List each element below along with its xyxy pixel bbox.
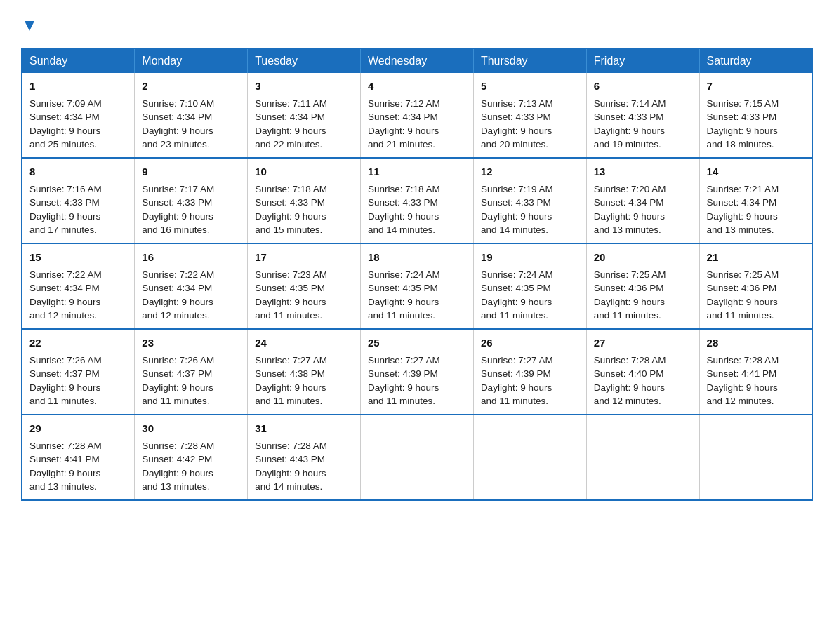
calendar-cell: 21 Sunrise: 7:25 AMSunset: 4:36 PMDaylig… [699,243,812,329]
calendar-cell: 29 Sunrise: 7:28 AMSunset: 4:41 PMDaylig… [22,415,135,500]
day-number: 12 [481,164,579,180]
day-number: 24 [255,335,353,351]
cell-info: Sunrise: 7:27 AMSunset: 4:38 PMDaylight:… [255,355,327,407]
calendar-cell: 8 Sunrise: 7:16 AMSunset: 4:33 PMDayligh… [22,158,135,243]
day-of-week-header: Wednesday [361,48,474,73]
day-number: 7 [707,79,805,94]
calendar-cell: 24 Sunrise: 7:27 AMSunset: 4:38 PMDaylig… [248,329,361,415]
calendar-cell: 7 Sunrise: 7:15 AMSunset: 4:33 PMDayligh… [699,73,812,158]
calendar-cell: 28 Sunrise: 7:28 AMSunset: 4:41 PMDaylig… [699,329,812,415]
cell-info: Sunrise: 7:16 AMSunset: 4:33 PMDaylight:… [29,184,102,236]
cell-info: Sunrise: 7:27 AMSunset: 4:39 PMDaylight:… [368,355,440,407]
calendar-cell: 11 Sunrise: 7:18 AMSunset: 4:33 PMDaylig… [361,158,474,243]
svg-marker-0 [25,21,34,31]
cell-info: Sunrise: 7:28 AMSunset: 4:43 PMDaylight:… [255,441,327,492]
cell-info: Sunrise: 7:28 AMSunset: 4:40 PMDaylight:… [594,355,666,407]
calendar-cell: 26 Sunrise: 7:27 AMSunset: 4:39 PMDaylig… [473,329,586,415]
day-number: 2 [142,79,240,94]
cell-info: Sunrise: 7:13 AMSunset: 4:33 PMDaylight:… [481,98,553,150]
day-of-week-header: Thursday [473,48,586,73]
day-number: 16 [142,250,240,265]
calendar-cell: 3 Sunrise: 7:11 AMSunset: 4:34 PMDayligh… [248,73,361,158]
day-number: 21 [707,250,805,265]
cell-info: Sunrise: 7:28 AMSunset: 4:42 PMDaylight:… [142,441,214,492]
day-number: 18 [368,250,466,265]
cell-info: Sunrise: 7:10 AMSunset: 4:34 PMDaylight:… [142,98,214,150]
calendar-cell: 1 Sunrise: 7:09 AMSunset: 4:34 PMDayligh… [22,73,135,158]
day-number: 26 [481,335,579,351]
day-number: 30 [142,421,240,436]
day-number: 13 [594,164,692,180]
cell-info: Sunrise: 7:28 AMSunset: 4:41 PMDaylight:… [29,441,102,492]
cell-info: Sunrise: 7:20 AMSunset: 4:34 PMDaylight:… [594,184,666,236]
calendar-cell: 13 Sunrise: 7:20 AMSunset: 4:34 PMDaylig… [586,158,699,243]
day-number: 8 [29,164,127,180]
calendar-cell: 16 Sunrise: 7:22 AMSunset: 4:34 PMDaylig… [135,243,248,329]
cell-info: Sunrise: 7:14 AMSunset: 4:33 PMDaylight:… [594,98,666,150]
calendar-cell: 25 Sunrise: 7:27 AMSunset: 4:39 PMDaylig… [361,329,474,415]
calendar-cell [699,415,812,500]
calendar-week-row: 29 Sunrise: 7:28 AMSunset: 4:41 PMDaylig… [22,415,812,500]
day-number: 6 [594,79,692,94]
cell-info: Sunrise: 7:11 AMSunset: 4:34 PMDaylight:… [255,98,327,150]
day-number: 28 [707,335,805,351]
calendar-cell: 18 Sunrise: 7:24 AMSunset: 4:35 PMDaylig… [361,243,474,329]
cell-info: Sunrise: 7:09 AMSunset: 4:34 PMDaylight:… [29,98,102,150]
calendar-cell: 9 Sunrise: 7:17 AMSunset: 4:33 PMDayligh… [135,158,248,243]
cell-info: Sunrise: 7:22 AMSunset: 4:34 PMDaylight:… [29,269,102,321]
cell-info: Sunrise: 7:21 AMSunset: 4:34 PMDaylight:… [707,184,779,236]
day-number: 4 [368,79,466,94]
logo [21,18,38,35]
day-of-week-header: Saturday [699,48,812,73]
calendar-cell: 27 Sunrise: 7:28 AMSunset: 4:40 PMDaylig… [586,329,699,415]
day-number: 9 [142,164,240,180]
day-of-week-header: Friday [586,48,699,73]
day-number: 22 [29,335,127,351]
calendar-cell: 14 Sunrise: 7:21 AMSunset: 4:34 PMDaylig… [699,158,812,243]
cell-info: Sunrise: 7:25 AMSunset: 4:36 PMDaylight:… [594,269,666,321]
cell-info: Sunrise: 7:19 AMSunset: 4:33 PMDaylight:… [481,184,553,236]
calendar-cell: 31 Sunrise: 7:28 AMSunset: 4:43 PMDaylig… [248,415,361,500]
cell-info: Sunrise: 7:17 AMSunset: 4:33 PMDaylight:… [142,184,214,236]
day-number: 15 [29,250,127,265]
calendar-cell: 15 Sunrise: 7:22 AMSunset: 4:34 PMDaylig… [22,243,135,329]
cell-info: Sunrise: 7:12 AMSunset: 4:34 PMDaylight:… [368,98,440,150]
cell-info: Sunrise: 7:22 AMSunset: 4:34 PMDaylight:… [142,269,214,321]
cell-info: Sunrise: 7:24 AMSunset: 4:35 PMDaylight:… [481,269,553,321]
day-number: 1 [29,79,127,94]
header [21,14,813,35]
day-number: 23 [142,335,240,351]
cell-info: Sunrise: 7:15 AMSunset: 4:33 PMDaylight:… [707,98,779,150]
day-number: 5 [481,79,579,94]
day-of-week-header: Sunday [22,48,135,73]
calendar-cell: 19 Sunrise: 7:24 AMSunset: 4:35 PMDaylig… [473,243,586,329]
cell-info: Sunrise: 7:18 AMSunset: 4:33 PMDaylight:… [255,184,327,236]
cell-info: Sunrise: 7:26 AMSunset: 4:37 PMDaylight:… [29,355,102,407]
calendar-cell [586,415,699,500]
day-number: 27 [594,335,692,351]
day-number: 31 [255,421,353,436]
calendar-cell: 22 Sunrise: 7:26 AMSunset: 4:37 PMDaylig… [22,329,135,415]
day-number: 29 [29,421,127,436]
day-number: 25 [368,335,466,351]
calendar-header-row: SundayMondayTuesdayWednesdayThursdayFrid… [22,48,812,73]
calendar-week-row: 8 Sunrise: 7:16 AMSunset: 4:33 PMDayligh… [22,158,812,243]
calendar-cell: 6 Sunrise: 7:14 AMSunset: 4:33 PMDayligh… [586,73,699,158]
day-of-week-header: Tuesday [248,48,361,73]
cell-info: Sunrise: 7:24 AMSunset: 4:35 PMDaylight:… [368,269,440,321]
calendar-week-row: 22 Sunrise: 7:26 AMSunset: 4:37 PMDaylig… [22,329,812,415]
cell-info: Sunrise: 7:23 AMSunset: 4:35 PMDaylight:… [255,269,327,321]
calendar-cell [473,415,586,500]
calendar-cell: 12 Sunrise: 7:19 AMSunset: 4:33 PMDaylig… [473,158,586,243]
calendar-week-row: 1 Sunrise: 7:09 AMSunset: 4:34 PMDayligh… [22,73,812,158]
calendar-cell: 4 Sunrise: 7:12 AMSunset: 4:34 PMDayligh… [361,73,474,158]
day-of-week-header: Monday [135,48,248,73]
day-number: 17 [255,250,353,265]
calendar-cell: 17 Sunrise: 7:23 AMSunset: 4:35 PMDaylig… [248,243,361,329]
calendar-cell: 2 Sunrise: 7:10 AMSunset: 4:34 PMDayligh… [135,73,248,158]
calendar-cell: 23 Sunrise: 7:26 AMSunset: 4:37 PMDaylig… [135,329,248,415]
calendar-table: SundayMondayTuesdayWednesdayThursdayFrid… [21,48,813,501]
calendar-cell: 30 Sunrise: 7:28 AMSunset: 4:42 PMDaylig… [135,415,248,500]
cell-info: Sunrise: 7:25 AMSunset: 4:36 PMDaylight:… [707,269,779,321]
day-number: 3 [255,79,353,94]
